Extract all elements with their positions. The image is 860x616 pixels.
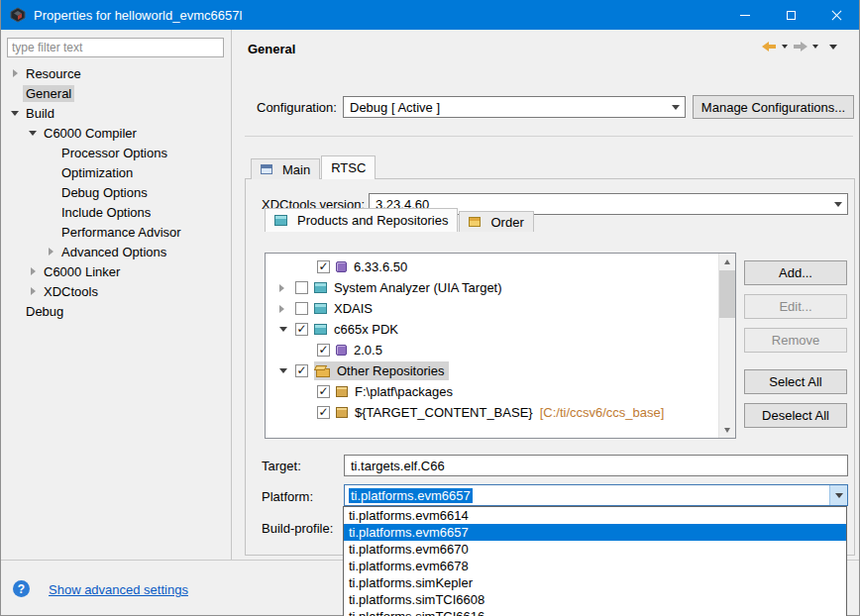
add-button[interactable]: Add... [744,260,847,285]
chevron-down-icon[interactable] [29,131,37,136]
minimize-button[interactable] [722,0,768,30]
chevron-down-icon[interactable] [11,111,19,116]
package-icon [336,407,348,418]
chevron-right-icon[interactable] [49,248,54,256]
sidebar: Resource General Build C6000 Compiler Pr… [1,30,232,561]
dropdown-option[interactable]: ti.platforms.evm6614 [344,507,846,524]
repository-row-fplatf[interactable]: F:\platf\packages [266,381,718,402]
product-row-pdk-version[interactable]: 2.0.5 [266,340,718,360]
manage-configurations-button[interactable]: Manage Configurations... [693,95,854,119]
product-row-version[interactable]: 6.33.6.50 [266,257,718,277]
tree-item-label: Processor Options [58,145,170,161]
scrollbar-vertical[interactable] [718,254,735,438]
product-row-c665x-pdk[interactable]: c665x PDK [266,319,718,340]
tree-item-debug-options[interactable]: Debug Options [1,182,230,202]
tree-item-optimization[interactable]: Optimization [1,162,230,182]
tree-item-label: Build [23,105,57,122]
tab-products-and-repositories[interactable]: Products and Repositories [265,208,458,232]
remove-button: Remove [744,328,847,353]
scrollbar-thumb[interactable] [719,270,735,318]
checkbox-checked[interactable] [295,364,308,377]
forward-menu-icon[interactable] [812,45,818,49]
dropdown-option[interactable]: ti.platforms.evm6678 [344,558,846,574]
configuration-combo[interactable]: Debug [ Active ] [343,96,686,118]
tab-label: Order [490,215,523,230]
dropdown-option[interactable]: ti.platforms.simTCI6608 [344,591,846,608]
select-all-button[interactable]: Select All [744,369,847,394]
tree-item-label: C6000 Compiler [41,125,140,142]
tree-item-debug[interactable]: Debug [1,301,230,321]
chevron-down-icon[interactable] [279,327,287,332]
product-label: Other Repositories [335,362,446,379]
tree-item-label: Performance Advisor [58,224,184,241]
target-input[interactable] [344,455,848,476]
chevron-down-icon[interactable] [829,485,847,505]
forward-icon[interactable] [793,42,807,51]
chevron-right-icon[interactable] [31,287,36,295]
chevron-down-icon[interactable] [279,368,287,373]
scroll-up-button[interactable] [719,254,735,269]
checkbox-unchecked[interactable] [295,302,308,315]
tree-item-general[interactable]: General [1,83,230,103]
order-tab-icon [469,217,481,227]
back-icon[interactable] [762,42,777,51]
platform-value: ti.platforms.evm6657 [349,488,473,503]
dropdown-option[interactable]: ti.platforms.simTCI6616 [344,608,846,616]
properties-dialog: Properties for helloworld_evmc6657l Reso… [0,0,860,616]
tab-rtsc[interactable]: RTSC [321,155,376,179]
tree-item-xdctools[interactable]: XDCtools [1,281,230,301]
view-menu-icon[interactable] [829,45,837,50]
maximize-icon [787,11,796,20]
chevron-right-icon[interactable] [31,267,36,275]
package-icon [336,386,348,397]
chevron-right-icon[interactable] [279,284,284,292]
repository-row-target-content-base[interactable]: ${TARGET_CONTENT_BASE}[C:/ti/ccsv6/ccs_b… [266,402,718,423]
checkbox-checked[interactable] [317,385,330,398]
arrow-up-icon [724,259,730,264]
dropdown-option[interactable]: ti.platforms.simKepler [344,574,846,591]
dropdown-option[interactable]: ti.platforms.evm6670 [344,541,846,558]
tree-item-resource[interactable]: Resource [1,63,230,83]
back-menu-icon[interactable] [782,45,788,49]
tab-main[interactable]: Main [251,158,320,179]
show-advanced-settings-link[interactable]: Show advanced settings [49,582,188,597]
deselect-all-button[interactable]: Deselect All [744,403,847,428]
properties-tree: Resource General Build C6000 Compiler Pr… [1,63,230,321]
filter-input[interactable] [7,38,224,57]
chevron-right-icon[interactable] [279,305,284,313]
checkbox-checked[interactable] [317,260,330,273]
tree-item-include-options[interactable]: Include Options [1,202,230,222]
checkbox-checked[interactable] [295,323,308,336]
checkbox-unchecked[interactable] [295,281,308,294]
tree-item-c6000-linker[interactable]: C6000 Linker [1,261,230,281]
tree-item-build[interactable]: Build [1,103,230,123]
product-label: 2.0.5 [352,342,384,359]
chevron-right-icon[interactable] [13,69,18,77]
button-label: Select All [769,374,821,389]
tree-item-processor-options[interactable]: Processor Options [1,143,230,162]
target-label: Target: [262,459,301,473]
maximize-button[interactable] [768,0,813,30]
close-button[interactable] [813,0,859,30]
close-icon [831,10,842,21]
tab-order[interactable]: Order [459,211,533,232]
app-icon [10,7,26,23]
platform-combo[interactable]: ti.platforms.evm6657 [344,484,848,506]
scroll-down-button[interactable] [719,422,735,438]
separator [245,136,853,137]
dropdown-option-selected[interactable]: ti.platforms.evm6657 [344,524,846,541]
configuration-label: Configuration: [257,100,337,115]
tree-item-advanced-options[interactable]: Advanced Options [1,242,230,261]
product-label: c665x PDK [332,321,400,338]
product-row-system-analyzer[interactable]: System Analyzer (UIA Target) [266,277,718,298]
tree-item-c6000-compiler[interactable]: C6000 Compiler [1,123,230,143]
tree-item-performance-advisor[interactable]: Performance Advisor [1,222,230,242]
configuration-value: Debug [ Active ] [350,100,440,115]
product-row-other-repositories[interactable]: Other Repositories [266,360,718,381]
checkbox-checked[interactable] [317,344,330,357]
platform-dropdown-list: ti.platforms.evm6614 ti.platforms.evm665… [343,506,847,616]
product-row-xdais[interactable]: XDAIS [266,298,718,319]
product-icon [314,282,327,293]
help-icon[interactable]: ? [13,580,30,597]
checkbox-checked[interactable] [317,406,330,419]
